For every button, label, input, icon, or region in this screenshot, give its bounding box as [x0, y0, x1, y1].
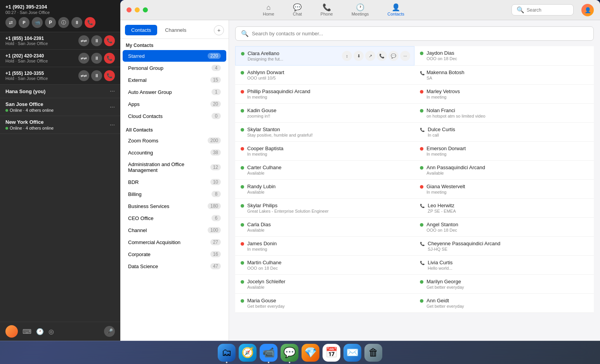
san-jose-options-btn[interactable]: ···	[110, 104, 115, 111]
contact-marley-vetrovs[interactable]: Marley Vetrovs In meeting	[414, 85, 594, 104]
group-channel[interactable]: Channel 100	[123, 224, 226, 236]
group-bdr[interactable]: BDR 10	[123, 176, 226, 188]
hold-cc-3[interactable]: ⇄⇄	[78, 70, 89, 81]
status-dot-phillip	[241, 90, 244, 94]
action-transfer-btn[interactable]: ↕	[342, 51, 352, 61]
contact-jocelyn-schleifer[interactable]: Jocelyn Schleifer Available	[235, 275, 414, 294]
call-p-btn[interactable]: P	[45, 17, 56, 28]
contact-cheyenne-arcand[interactable]: 📞 Cheyenne Passaquindici Arcand SJ-HQ SE	[414, 237, 594, 256]
dock-mail[interactable]: ✉️	[343, 344, 361, 362]
contact-angel-stanton[interactable]: Angel Stanton OOO on 18 Dec	[414, 218, 594, 237]
group-starred[interactable]: Starred 220	[123, 50, 226, 62]
dock-zoom[interactable]: 📹	[260, 344, 277, 362]
history-icon[interactable]: 🕐	[36, 328, 44, 335]
contact-marilyn-george[interactable]: Marilyn George Get better everyday	[414, 275, 594, 294]
add-contact-btn[interactable]: +	[214, 25, 224, 35]
close-button[interactable]	[127, 7, 132, 12]
call-transfer-btn[interactable]: ⇄	[5, 17, 16, 28]
new-york-options-btn[interactable]: ···	[110, 121, 115, 128]
action-call-btn[interactable]: 📞	[377, 51, 387, 61]
maximize-button[interactable]	[143, 7, 148, 12]
contact-jaydon-dias[interactable]: Jaydon Dias OOO on 18 Dec	[414, 46, 594, 66]
dock-sketch[interactable]: 💎	[302, 344, 319, 362]
contact-ann-arcand[interactable]: Ann Passaquindici Arcand Available	[414, 161, 594, 180]
action-message-btn[interactable]: 💬	[388, 51, 399, 61]
minimize-button[interactable]	[135, 7, 140, 12]
group-personal[interactable]: Personal Group 4	[123, 62, 226, 74]
tab-channels[interactable]: Channels	[159, 25, 192, 35]
group-accounting[interactable]: Accounting 38	[123, 147, 226, 158]
group-ceo-office[interactable]: CEO Office 6	[123, 212, 226, 224]
contact-kadin-gouse[interactable]: Kadin Gouse zooming in!!	[235, 104, 414, 123]
dock-calendar[interactable]: 📅	[323, 344, 340, 362]
keypad-icon[interactable]: ⌨	[23, 328, 31, 335]
group-cloud[interactable]: Cloud Contacts 0	[123, 110, 226, 122]
hold-end-1[interactable]: 📞	[104, 35, 115, 46]
group-auto-answer[interactable]: Auto Answer Group 1	[123, 86, 226, 98]
call-keypad-btn[interactable]: P	[19, 17, 29, 28]
hold-cc-1[interactable]: ⇄⇄	[78, 35, 89, 46]
contact-emerson-dorwart[interactable]: Emerson Dorwart In meeting	[414, 142, 594, 161]
contact-dulce-curtis[interactable]: 📞 Dulce Curtis In call	[414, 123, 594, 142]
contact-makenna-botosh[interactable]: 📞 Makenna Botosh SA	[414, 66, 594, 85]
contact-skylar-stanton[interactable]: Skylar Stanton Stay positive, humble and…	[235, 123, 414, 142]
contacts-search-input[interactable]	[252, 31, 588, 36]
nav-contacts[interactable]: 👤 Contacts	[378, 2, 413, 18]
group-business-services[interactable]: Business Services 180	[123, 200, 226, 212]
contact-skylar-philips[interactable]: Skylar Philips Great Lakes - Enterprise …	[235, 199, 414, 218]
contact-nolan-franci[interactable]: Nolan Franci on hotspot atm so limited v…	[414, 104, 594, 123]
contact-leo-herwitz[interactable]: 📞 Leo Herwitz ZP SE - EMEA	[414, 199, 594, 218]
call-end-btn[interactable]: 📞	[85, 17, 95, 28]
contact-ashlynn-dorwart[interactable]: Ashlynn Dorwart OOO until 10/5	[235, 66, 414, 85]
nav-phone[interactable]: 📞 Phone	[311, 2, 342, 18]
hold-cc-2[interactable]: ⇄⇄	[78, 53, 89, 64]
group-corporate[interactable]: Corporate 16	[123, 248, 226, 260]
group-data-science[interactable]: Data Science 47	[123, 260, 226, 272]
contact-maria-gouse[interactable]: Maria Gouse Get better everyday	[235, 294, 414, 313]
group-zoom-rooms[interactable]: Zoom Rooms 200	[123, 135, 226, 146]
nav-home[interactable]: ⌂ Home	[253, 2, 283, 18]
mic-btn[interactable]: 🎤	[104, 326, 115, 337]
dock-messages[interactable]: 💬	[281, 344, 298, 362]
contact-martin-culhane[interactable]: Martin Culhane OOO on 18 Dec	[235, 256, 414, 275]
search-input[interactable]	[527, 7, 569, 13]
action-download-btn[interactable]: ⬇	[354, 51, 364, 61]
user-options-btn[interactable]: ···	[110, 88, 115, 95]
dock-trash[interactable]: 🗑	[364, 344, 382, 362]
group-commercial[interactable]: Commercial Acquisition 27	[123, 236, 226, 248]
hold-pause-1[interactable]: ⏸	[91, 35, 102, 46]
group-admin-office[interactable]: Administration and Office Management 12	[123, 159, 226, 176]
tab-contacts[interactable]: Contacts	[125, 25, 157, 35]
nav-meetings[interactable]: 🕐 Meetings	[342, 2, 378, 18]
contact-phillip-arcand[interactable]: Phillip Passaquindici Arcand In meeting	[235, 85, 414, 104]
dock-finder[interactable]: 🗂	[218, 344, 236, 362]
group-ceo-name: CEO Office	[128, 215, 212, 221]
contact-livia-curtis[interactable]: 📞 Livia Curtis Hello world...	[414, 256, 594, 275]
group-apps[interactable]: Apps 20	[123, 98, 226, 110]
contact-giana-westervelt[interactable]: Giana Westervelt In meeting	[414, 180, 594, 199]
contact-carla-dias[interactable]: Carla Dias Available	[235, 218, 414, 237]
contact-ann-geidt[interactable]: Ann Geidt Get better everyday	[414, 294, 594, 313]
voicemail-icon[interactable]: ◎	[49, 328, 54, 335]
contact-clara-arellano[interactable]: Clara Arellano Designing the fut... ↕ ⬇ …	[235, 46, 414, 66]
hold-end-3[interactable]: 📞	[104, 70, 115, 81]
nav-chat[interactable]: 💬 Chat	[284, 2, 311, 18]
hold-pause-2[interactable]: ⏸	[91, 53, 102, 64]
global-search[interactable]: 🔍	[512, 4, 574, 16]
contacts-search-bar[interactable]: 🔍	[235, 26, 594, 41]
call-video-btn[interactable]: 📹	[32, 17, 43, 28]
action-share-btn[interactable]: ↗	[365, 51, 375, 61]
call-pause-btn[interactable]: ⏸	[71, 17, 82, 28]
action-more-btn[interactable]: ···	[400, 51, 410, 61]
dock-safari[interactable]: 🧭	[239, 344, 257, 362]
contact-carter-culhane[interactable]: Carter Culhane Available	[235, 161, 414, 180]
hold-pause-3[interactable]: ⏸	[91, 70, 102, 81]
group-external[interactable]: External 15	[123, 74, 226, 86]
call-info-btn[interactable]: ⓘ	[58, 17, 69, 28]
hold-end-2[interactable]: 📞	[104, 53, 115, 64]
contact-james-donin[interactable]: James Donin In meeting	[235, 237, 414, 256]
group-billing[interactable]: Billing 8	[123, 188, 226, 200]
user-profile-avatar[interactable]: 👤	[581, 4, 594, 16]
contact-cooper-baptista[interactable]: Cooper Baptista In meeting	[235, 142, 414, 161]
contact-randy-lubin[interactable]: Randy Lubin Available	[235, 180, 414, 199]
